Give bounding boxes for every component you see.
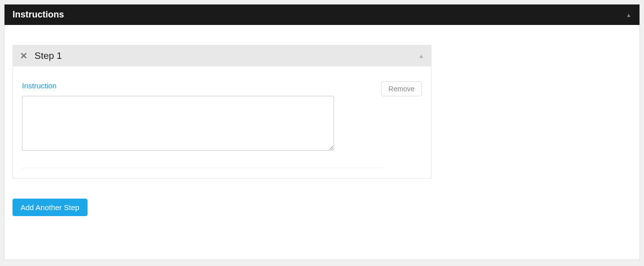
step-divider — [22, 168, 382, 168]
step-title: Step 1 — [34, 50, 62, 61]
step-row: Instruction Remove — [22, 81, 422, 153]
step-collapse-icon[interactable]: ▲ — [418, 53, 424, 59]
remove-column: Remove — [381, 81, 422, 96]
close-icon[interactable]: ✕ — [20, 51, 28, 60]
remove-button[interactable]: Remove — [381, 81, 422, 96]
add-step-button[interactable]: Add Another Step — [12, 199, 88, 216]
panel-collapse-icon[interactable]: ▲ — [626, 12, 632, 18]
instruction-input[interactable] — [22, 96, 334, 151]
step-header: ✕ Step 1 ▲ — [13, 45, 431, 66]
step-card: ✕ Step 1 ▲ Instruction Remove — [12, 45, 432, 179]
panel-body: ✕ Step 1 ▲ Instruction Remove Add Anothe… — [4, 25, 640, 260]
instruction-label: Instruction — [22, 81, 334, 90]
instructions-panel: Instructions ▲ ✕ Step 1 ▲ Instruction Re… — [4, 4, 640, 260]
panel-header: Instructions ▲ — [4, 4, 640, 25]
panel-title: Instructions — [12, 9, 64, 20]
step-body: Instruction Remove — [13, 66, 431, 178]
instruction-field: Instruction — [22, 81, 334, 153]
